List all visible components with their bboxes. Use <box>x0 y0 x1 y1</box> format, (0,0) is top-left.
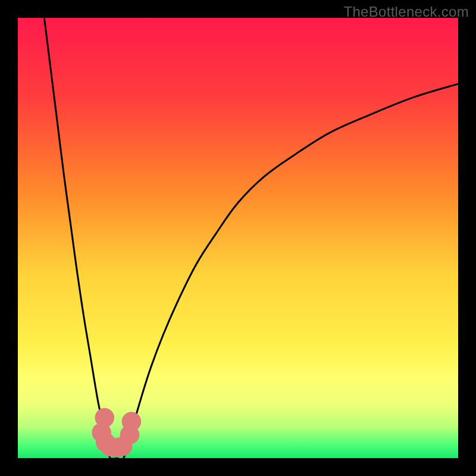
chart-frame: TheBottleneck.com <box>0 0 476 476</box>
watermark-text: TheBottleneck.com <box>343 4 469 20</box>
chart-svg <box>18 18 458 458</box>
gradient-background <box>18 18 458 458</box>
data-marker <box>122 412 142 431</box>
plot-area <box>18 18 458 458</box>
